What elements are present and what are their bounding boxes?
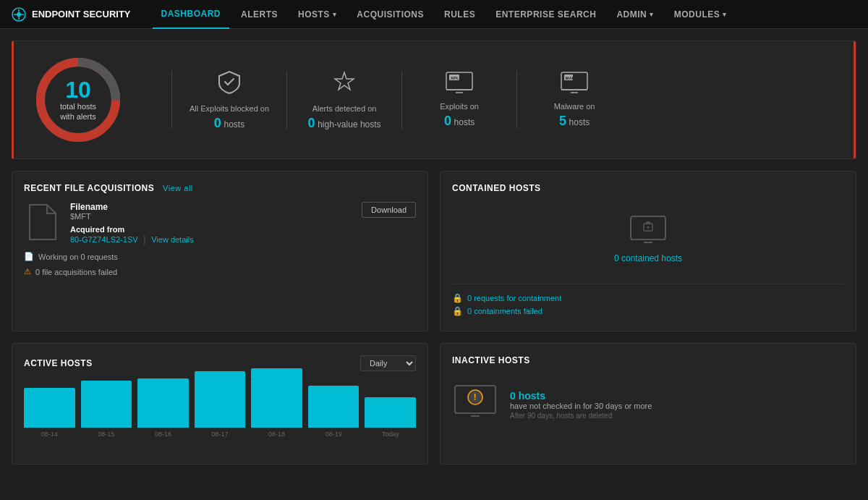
inactive-hosts-content: ! 0 hosts have not checked in for 30 day… (452, 374, 844, 436)
nav-dashboard[interactable]: DASHBOARD (153, 0, 230, 29)
inactive-hosts-text: 0 hosts have not checked in for 30 days … (510, 390, 652, 420)
lock-icon-2: 🔒 (452, 306, 463, 316)
download-button[interactable]: Download (362, 202, 416, 218)
lock-icon-1: 🔒 (452, 293, 463, 303)
stat-malware-on: MAL Malware on 5 hosts (535, 71, 614, 129)
bar-08-18 (251, 368, 302, 428)
svg-point-19 (647, 226, 650, 229)
inactive-note: After 90 days, hosts are deleted (510, 412, 652, 420)
nav-admin[interactable]: ADMIN ▾ (608, 0, 662, 29)
nav-alerts[interactable]: ALERTS (232, 0, 286, 29)
working-on-status: 📄 Working on 0 requests (24, 252, 416, 261)
bar-08-17 (195, 371, 246, 428)
exploits-on-label: Exploits on (440, 102, 479, 111)
bar-col-1: 08-14 (24, 388, 75, 438)
bar-08-15 (81, 381, 132, 428)
stat-exploits-on: XPLT Exploits on 0 hosts (420, 71, 499, 129)
exploits-on-count: 0 hosts (444, 114, 475, 129)
xplt-monitor-icon: XPLT (445, 71, 474, 98)
bar-label-08-16: 08-16 (155, 431, 171, 438)
nav-hosts[interactable]: HOSTS ▾ (289, 0, 345, 29)
containment-status: 🔒 0 requests for containment 🔒 0 contain… (452, 284, 844, 316)
containments-failed-link[interactable]: 0 containments failed (467, 307, 542, 315)
active-hosts-card: ACTIVE HOSTS Daily Weekly Monthly 08-14 … (12, 343, 428, 465)
navbar: ENDPOINT SECURITY DASHBOARD ALERTS HOSTS… (0, 0, 868, 29)
nav-acquisitions[interactable]: ACQUISITIONS (348, 0, 433, 29)
warning-icon: ⚠ (24, 267, 31, 276)
stat-divider-2 (286, 71, 287, 129)
bar-08-16 (137, 378, 189, 428)
inactive-description: have not checked in for 30 days or more (510, 402, 652, 410)
nav-modules[interactable]: MODULES ▾ (665, 0, 736, 29)
inactive-hosts-title: INACTIVE HOSTS (452, 355, 844, 365)
acquired-links: 80-G7Z74LS2-1SV | View details (70, 234, 416, 245)
inactive-hosts-card: INACTIVE HOSTS ! 0 hosts have not checke… (440, 343, 856, 465)
app-logo: ENDPOINT SECURITY (12, 7, 131, 22)
bar-label-08-17: 08-17 (212, 431, 229, 438)
bar-label-today: Today (382, 431, 399, 438)
stat-divider-1 (171, 71, 172, 129)
donut-center: 10 total hosts with alerts (60, 78, 96, 122)
acquisitions-failed-status: ⚠ 0 file acquisitions failed (24, 267, 416, 276)
main-content: 10 total hosts with alerts All Exploits … (0, 29, 868, 500)
active-hosts-title: ACTIVE HOSTS (24, 358, 93, 368)
active-hosts-dropdown[interactable]: Daily Weekly Monthly (360, 355, 416, 371)
bar-today (365, 397, 416, 428)
top-stats-bar: 10 total hosts with alerts All Exploits … (12, 41, 856, 159)
modules-caret-icon: ▾ (723, 11, 727, 18)
hosts-caret-icon: ▾ (333, 11, 337, 18)
acquired-host-link[interactable]: 80-G7Z74LS2-1SV (70, 235, 138, 244)
bar-08-19 (308, 386, 359, 428)
contained-hosts-card: CONTAINED HOSTS 0 contained hosts (440, 171, 856, 331)
total-hosts-label: total hosts with alerts (60, 101, 96, 122)
svg-point-1 (17, 12, 21, 17)
bar-col-6: 08-19 (308, 386, 359, 438)
doc-icon: 📄 (24, 252, 34, 261)
contained-hosts-center: 0 contained hosts (452, 202, 844, 275)
mal-monitor-icon: MAL (560, 71, 589, 98)
containments-failed: 🔒 0 containments failed (452, 306, 844, 316)
svg-text:XPLT: XPLT (451, 76, 461, 80)
view-details-link[interactable]: View details (151, 235, 194, 244)
logo-icon (12, 7, 26, 22)
svg-text:!: ! (474, 391, 477, 402)
requests-for-containment: 🔒 0 requests for containment (452, 293, 844, 303)
acquired-from-label: Acquired from (70, 225, 416, 234)
monitor-lock-icon (628, 213, 668, 253)
active-hosts-bar-chart: 08-14 08-15 08-16 08-17 08-18 (24, 380, 416, 452)
requests-containment-link[interactable]: 0 requests for containment (467, 294, 561, 302)
shield-icon (216, 69, 242, 100)
active-hosts-header: ACTIVE HOSTS Daily Weekly Monthly (24, 355, 416, 371)
bar-label-08-15: 08-15 (98, 431, 114, 438)
bar-col-3: 08-16 (137, 378, 189, 438)
view-all-link[interactable]: View all (163, 184, 193, 192)
exploits-blocked-count: 0 hosts (214, 116, 244, 131)
bar-label-08-18: 08-18 (268, 431, 285, 438)
malware-on-label: Malware on (554, 102, 595, 111)
bar-col-4: 08-17 (195, 371, 246, 438)
nav-rules[interactable]: RULES (435, 0, 484, 29)
nav-links: DASHBOARD ALERTS HOSTS ▾ ACQUISITIONS RU… (153, 0, 856, 29)
bar-08-14 (24, 388, 75, 428)
alerts-detected-label: Alerts detected on (312, 104, 377, 113)
monitor-warning-icon: ! (452, 383, 498, 427)
star-icon (331, 69, 357, 100)
contained-count-link[interactable]: 0 contained hosts (614, 253, 682, 263)
file-acquisitions-title: RECENT FILE ACQUISITIONS View all (24, 183, 416, 193)
bar-label-08-19: 08-19 (326, 431, 342, 438)
stat-divider-4 (516, 71, 517, 129)
inactive-count: 0 hosts (510, 390, 652, 402)
hosts-donut-chart: 10 total hosts with alerts (31, 53, 125, 147)
stat-exploits-blocked: All Exploits blocked on 0 hosts (190, 69, 269, 131)
dashboard-grid: RECENT FILE ACQUISITIONS View all Downlo… (12, 171, 856, 465)
recent-file-acquisitions-card: RECENT FILE ACQUISITIONS View all Downlo… (12, 171, 428, 331)
total-hosts-number: 10 (60, 78, 96, 101)
nav-enterprise-search[interactable]: ENTERPRISE SEARCH (487, 0, 605, 29)
alerts-detected-count: 0 high-value hosts (308, 116, 381, 131)
stat-alerts-detected: Alerts detected on 0 high-value hosts (305, 69, 384, 131)
bar-label-08-14: 08-14 (41, 431, 58, 438)
malware-on-count: 5 hosts (559, 114, 590, 129)
stat-divider-3 (401, 71, 402, 129)
bar-col-5: 08-18 (251, 368, 302, 438)
file-icon (24, 202, 59, 245)
